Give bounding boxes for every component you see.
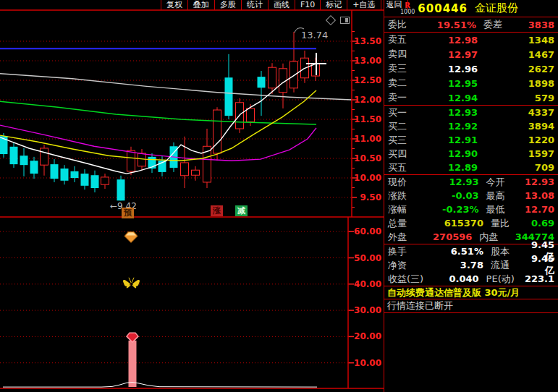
signal-badge: 预 bbox=[122, 208, 134, 218]
ask-row-卖二[interactable]: 卖二12.951898 bbox=[384, 76, 558, 90]
high-price-annotation: 13.74 bbox=[301, 30, 328, 41]
level-label: 买五 bbox=[384, 161, 420, 174]
candle-up bbox=[101, 177, 109, 184]
level-volume: 1467 bbox=[478, 49, 558, 60]
bid-ladder: 买一12.934337买二12.923894买三12.911220买四12.90… bbox=[384, 106, 558, 174]
candle-up bbox=[269, 67, 276, 88]
stat-value: 0.69 bbox=[531, 218, 558, 229]
weicha-value: 3838 bbox=[521, 20, 558, 30]
stat-label: 涨幅 bbox=[384, 203, 429, 216]
menu-item-7[interactable]: 标记 bbox=[320, 0, 347, 10]
indicator-axis-label: 50.00 bbox=[354, 253, 381, 263]
price-axis-label: 9.50 bbox=[360, 192, 381, 203]
level-label: 卖五 bbox=[384, 33, 420, 46]
price-axis-label: 11.50 bbox=[354, 114, 381, 124]
weibi-label: 委比 bbox=[384, 18, 421, 31]
stat-value: 615370 bbox=[431, 218, 483, 229]
stat-label: 涨跌 bbox=[384, 189, 429, 203]
stat-value: -0.03 bbox=[429, 190, 479, 201]
ask-row-卖五[interactable]: 卖五12.981348 bbox=[384, 33, 558, 47]
ask-row-卖一[interactable]: 卖一12.94579 bbox=[384, 90, 558, 105]
level-label: 买四 bbox=[384, 148, 420, 161]
candle-down bbox=[51, 164, 59, 179]
stat-label: 收益(三) bbox=[384, 273, 429, 286]
weicha-label: 委差 bbox=[476, 18, 521, 31]
price-axis-label: 10.00 bbox=[354, 173, 381, 183]
candle-down bbox=[258, 77, 266, 88]
indicator-axis-label: 30.00 bbox=[354, 305, 381, 315]
stat-row: 净资3.78流通9.45亿 bbox=[384, 258, 558, 272]
menu-item-4[interactable]: 统计 bbox=[241, 0, 268, 10]
stat-label: 换手 bbox=[384, 245, 431, 258]
butterfly-antennae bbox=[129, 278, 134, 283]
level-price: 12.96 bbox=[420, 64, 478, 74]
signal-badge: 减 bbox=[235, 205, 248, 216]
candle-up bbox=[290, 61, 298, 88]
bid-row-买三[interactable]: 买三12.911220 bbox=[384, 133, 558, 147]
menu-item-9[interactable]: 返回 bbox=[381, 0, 408, 10]
chart-window-controls bbox=[327, 17, 350, 24]
level-volume: 2627 bbox=[478, 64, 558, 74]
level-volume: 1597 bbox=[478, 148, 558, 159]
ask-row-卖三[interactable]: 卖三12.962627 bbox=[384, 61, 558, 76]
level-volume: 1220 bbox=[478, 135, 558, 145]
stat-value: 0.040 bbox=[429, 273, 479, 284]
quote-panel: R 1000 600446 金证股份 委比 19.51% 委差 3838 卖五1… bbox=[384, 0, 558, 392]
level-price: 12.95 bbox=[420, 78, 478, 89]
bid-row-买二[interactable]: 买二12.923894 bbox=[384, 119, 558, 133]
bid-row-买一[interactable]: 买一12.934337 bbox=[384, 106, 558, 119]
price-axis-label: 12.00 bbox=[354, 95, 381, 105]
stat-value: 6.51% bbox=[431, 246, 483, 257]
stat-row: 总量615370量比0.69 bbox=[384, 216, 558, 230]
diamond-marker-icon[interactable] bbox=[326, 15, 336, 25]
price-axis-label: 13.00 bbox=[354, 56, 381, 66]
weibi-row: 委比 19.51% 委差 3838 bbox=[384, 17, 558, 32]
connection-status: 行情连接已断开 bbox=[384, 299, 558, 312]
stat-label: PE(动) bbox=[479, 273, 525, 286]
stat-value: 3.78 bbox=[431, 260, 483, 270]
stock-name: 金证股份 bbox=[475, 1, 518, 15]
level-price: 12.93 bbox=[420, 107, 478, 118]
level-volume: 4337 bbox=[478, 107, 558, 118]
candle-up bbox=[181, 163, 189, 176]
window-box-icon[interactable] bbox=[340, 17, 350, 24]
candle-down bbox=[225, 77, 233, 116]
bid-row-买五[interactable]: 买五12.89709 bbox=[384, 161, 558, 174]
level-label: 买二 bbox=[384, 120, 420, 133]
stat-value: 13.08 bbox=[525, 190, 558, 201]
signal-column bbox=[129, 341, 137, 387]
price-axis-label: 12.50 bbox=[354, 75, 381, 85]
stat-label: 总量 bbox=[384, 217, 431, 230]
candle-down bbox=[117, 179, 125, 200]
subscription-banner[interactable]: 自动续费通达信普及版 30元/月 bbox=[384, 286, 558, 299]
menu-item-5[interactable]: 画线 bbox=[268, 0, 295, 10]
stat-row: 收益(三)0.040PE(动)223.1 bbox=[384, 272, 558, 286]
ask-row-卖四[interactable]: 卖四12.971467 bbox=[384, 47, 558, 61]
kline-chart[interactable]: 13.5013.0012.5012.0011.5011.0010.5010.00… bbox=[0, 0, 384, 392]
level-price: 12.90 bbox=[420, 148, 478, 159]
level-price: 12.91 bbox=[420, 135, 478, 145]
signal-badge: 涨 bbox=[211, 205, 223, 216]
stat-value: 12.70 bbox=[525, 204, 558, 215]
stat-value: 12.93 bbox=[429, 176, 479, 187]
level-volume: 1348 bbox=[478, 35, 558, 46]
stock-title-row[interactable]: R 1000 600446 金证股份 bbox=[384, 0, 558, 17]
weibi-value: 19.51% bbox=[421, 20, 476, 30]
ma-green bbox=[0, 101, 316, 124]
candle-up bbox=[41, 148, 48, 165]
menu-item-8[interactable]: +自选 bbox=[347, 0, 380, 10]
menu-item-2[interactable]: 叠加 bbox=[187, 0, 214, 10]
stat-label: 外盘 bbox=[384, 231, 426, 244]
column-gem-marker bbox=[127, 333, 138, 342]
menu-item-1[interactable]: 复权 bbox=[161, 0, 187, 10]
level-label: 卖三 bbox=[384, 62, 420, 75]
level-volume: 1898 bbox=[478, 78, 558, 89]
stat-row: 涨幅-0.23%最低12.70 bbox=[384, 203, 558, 216]
menu-item-6[interactable]: F10 bbox=[295, 0, 320, 10]
bid-row-买四[interactable]: 买四12.901597 bbox=[384, 147, 558, 161]
stock-code: 600446 bbox=[418, 2, 468, 15]
candle-up bbox=[138, 153, 146, 166]
stat-label: 股本 bbox=[483, 245, 531, 258]
stat-value: -0.23% bbox=[429, 204, 479, 215]
menu-item-3[interactable]: 多股 bbox=[214, 0, 241, 10]
